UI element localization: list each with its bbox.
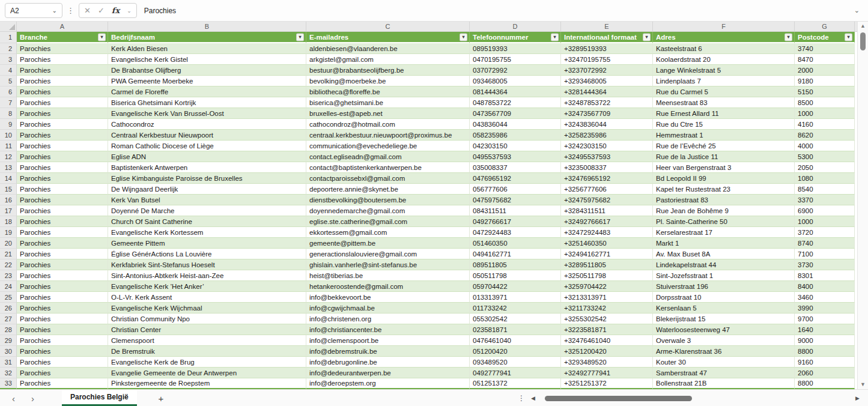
- cell-telefoonnummer[interactable]: 058235986: [470, 130, 561, 141]
- cell-internationaal-formaat[interactable]: +3256777606: [561, 184, 653, 195]
- cell-bedrijfsnaam[interactable]: Carmel de Floreffe: [108, 86, 306, 97]
- filter-button[interactable]: ▾: [460, 33, 467, 41]
- cell-branche[interactable]: Parochies: [17, 227, 108, 238]
- cell-adres[interactable]: Dorpsstraat 10: [653, 292, 795, 303]
- cell-emailadres[interactable]: eglise.ste.catherine@gmail.com: [306, 216, 470, 227]
- cell-postcode[interactable]: 9700: [795, 314, 855, 324]
- row-number[interactable]: 8: [0, 108, 17, 119]
- cell-telefoonnummer[interactable]: 043836044: [470, 119, 561, 130]
- cell-postcode[interactable]: 5300: [795, 151, 855, 162]
- cell-emailadres[interactable]: generactionslalouviere@gmail.com: [306, 249, 470, 259]
- cell-emailadres[interactable]: bestuur@brabantseolijfberg.be: [306, 65, 470, 76]
- cell-telefoonnummer[interactable]: 0473567709: [470, 108, 561, 119]
- column-header-a[interactable]: A: [17, 22, 108, 31]
- cell-branche[interactable]: Parochies: [17, 270, 108, 281]
- row-number[interactable]: 15: [0, 184, 17, 195]
- cell-emailadres[interactable]: info@bekkevoort.be: [306, 292, 470, 303]
- cell-postcode[interactable]: 8620: [795, 130, 855, 141]
- cell-emailadres[interactable]: info@debremstruik.be: [306, 346, 470, 357]
- cell-bedrijfsnaam[interactable]: Kerkfabriek Sint-Stefanus Hoeselt: [108, 259, 306, 270]
- cell-internationaal-formaat[interactable]: +32476461040: [561, 335, 653, 346]
- cell-internationaal-formaat[interactable]: +32475975682: [561, 195, 653, 205]
- cell-adres[interactable]: Rue du Ctre 15: [653, 119, 795, 130]
- cell-emailadres[interactable]: info@deroepstem.org: [306, 378, 470, 389]
- row-number[interactable]: 32: [0, 368, 17, 378]
- cell-bedrijfsnaam[interactable]: Evangelische Kerk de Brug: [108, 357, 306, 368]
- cell-telefoonnummer[interactable]: 084311511: [470, 205, 561, 216]
- cell-bedrijfsnaam[interactable]: Sint-Antonius-Abtkerk Heist-aan-Zee: [108, 270, 306, 281]
- cell-adres[interactable]: Rue du Carmel 5: [653, 86, 795, 97]
- cell-postcode[interactable]: 8740: [795, 238, 855, 249]
- fx-chevron-down-icon[interactable]: ⌄: [127, 8, 132, 14]
- cell-adres[interactable]: Rue Jean de Bohême 9: [653, 205, 795, 216]
- cell-adres[interactable]: Waterloosesteenweg 47: [653, 324, 795, 335]
- cell-telefoonnummer[interactable]: 013313971: [470, 292, 561, 303]
- cell-postcode[interactable]: 8800: [795, 378, 855, 389]
- cell-internationaal-formaat[interactable]: +3235008337: [561, 162, 653, 173]
- cell-branche[interactable]: Parochies: [17, 303, 108, 314]
- table-header-postcode[interactable]: Postcode▾: [795, 32, 855, 43]
- cell-branche[interactable]: Parochies: [17, 54, 108, 65]
- cell-emailadres[interactable]: centraal.kerkbestuur.nieuwpoort@proximus…: [306, 130, 470, 141]
- cell-telefoonnummer[interactable]: 059704422: [470, 281, 561, 292]
- cell-branche[interactable]: Parochies: [17, 324, 108, 335]
- cell-branche[interactable]: Parochies: [17, 97, 108, 108]
- cell-telefoonnummer[interactable]: 0492777941: [470, 368, 561, 378]
- cell-adres[interactable]: Kouter 30: [653, 357, 795, 368]
- cell-internationaal-formaat[interactable]: +3237072992: [561, 65, 653, 76]
- cell-bedrijfsnaam[interactable]: Christian Community Npo: [108, 314, 306, 324]
- row-number[interactable]: 14: [0, 173, 17, 184]
- cell-postcode[interactable]: 8470: [795, 54, 855, 65]
- cell-bedrijfsnaam[interactable]: PWA Gemeente Moerbeke: [108, 76, 306, 86]
- cell-emailadres[interactable]: arkgistel@gmail.com: [306, 54, 470, 65]
- cell-adres[interactable]: Markt 1: [653, 238, 795, 249]
- cell-branche[interactable]: Parochies: [17, 378, 108, 389]
- cell-bedrijfsnaam[interactable]: Clemenspoort: [108, 335, 306, 346]
- filter-button[interactable]: ▾: [845, 33, 852, 41]
- cell-branche[interactable]: Parochies: [17, 76, 108, 86]
- cell-emailadres[interactable]: heist@tiberias.be: [306, 270, 470, 281]
- cell-emailadres[interactable]: contact@baptistenkerkantwerpen.be: [306, 162, 470, 173]
- cell-bedrijfsnaam[interactable]: De Wijngaard Deerlijk: [108, 184, 306, 195]
- cell-branche[interactable]: Parochies: [17, 368, 108, 378]
- cell-bedrijfsnaam[interactable]: Evangelische Kerk Gistel: [108, 54, 306, 65]
- cell-internationaal-formaat[interactable]: +3243836044: [561, 119, 653, 130]
- cell-internationaal-formaat[interactable]: +3251200420: [561, 346, 653, 357]
- filter-button[interactable]: ▾: [551, 33, 559, 41]
- cell-branche[interactable]: Parochies: [17, 173, 108, 184]
- column-header-g[interactable]: G: [795, 22, 855, 31]
- cell-postcode[interactable]: 3460: [795, 292, 855, 303]
- cell-internationaal-formaat[interactable]: +3211733242: [561, 303, 653, 314]
- table-header-branche[interactable]: Branche▾: [17, 32, 108, 43]
- table-header-bedrijfsnaam[interactable]: Bedrijfsnaam▾: [108, 32, 306, 43]
- column-header-b[interactable]: B: [108, 22, 306, 31]
- name-box[interactable]: A2 ⌄: [5, 3, 62, 18]
- insert-function-icon[interactable]: fx: [112, 6, 120, 15]
- cell-emailadres[interactable]: info@christiancenter.be: [306, 324, 470, 335]
- cell-branche[interactable]: Parochies: [17, 108, 108, 119]
- cell-postcode[interactable]: 3730: [795, 259, 855, 270]
- row-number[interactable]: 16: [0, 195, 17, 205]
- cell-internationaal-formaat[interactable]: +3213313971: [561, 292, 653, 303]
- cell-telefoonnummer[interactable]: 050511798: [470, 270, 561, 281]
- cell-postcode[interactable]: 2000: [795, 65, 855, 76]
- cell-bedrijfsnaam[interactable]: Church Of Saint Catherine: [108, 216, 306, 227]
- sheet-tab-parochies-belgie[interactable]: Parochies België: [62, 390, 137, 406]
- row-number[interactable]: 2: [0, 43, 17, 54]
- cell-telefoonnummer[interactable]: 051460350: [470, 238, 561, 249]
- cell-bedrijfsnaam[interactable]: Doyenné De Marche: [108, 205, 306, 216]
- horizontal-scrollbar-thumb[interactable]: [545, 396, 692, 401]
- formula-bar-expand-icon[interactable]: ⌄: [851, 7, 863, 14]
- cell-internationaal-formaat[interactable]: +32495537593: [561, 151, 653, 162]
- cell-postcode[interactable]: 2060: [795, 368, 855, 378]
- column-header-e[interactable]: E: [561, 22, 653, 31]
- cell-postcode[interactable]: 8800: [795, 346, 855, 357]
- cell-bedrijfsnaam[interactable]: De Brabantse Olijfberg: [108, 65, 306, 76]
- cell-bedrijfsnaam[interactable]: Evangelische Kerk Kortessem: [108, 227, 306, 238]
- cell-adres[interactable]: Rue de la Justice 11: [653, 151, 795, 162]
- cell-postcode[interactable]: 8301: [795, 270, 855, 281]
- cell-telefoonnummer[interactable]: 023581871: [470, 324, 561, 335]
- cell-telefoonnummer[interactable]: 011733242: [470, 303, 561, 314]
- filter-button[interactable]: ▾: [296, 33, 304, 41]
- row-number[interactable]: 33: [0, 378, 17, 389]
